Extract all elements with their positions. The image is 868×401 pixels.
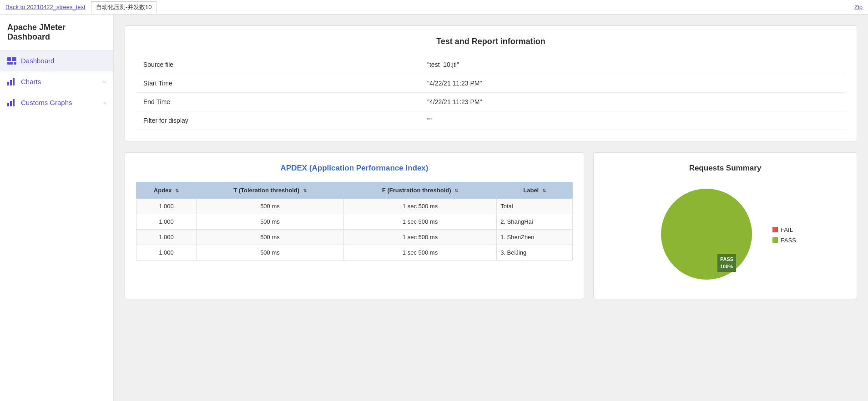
apdex-t: 500 ms bbox=[197, 230, 344, 245]
chevron-left-icon-2: ‹ bbox=[104, 100, 106, 106]
svg-point-10 bbox=[661, 189, 752, 280]
table-row: Source file "test_10.jtl" bbox=[136, 55, 846, 74]
summary-title: Requests Summary bbox=[605, 164, 846, 173]
svg-rect-4 bbox=[7, 82, 9, 85]
sidebar-item-charts[interactable]: Charts ‹ bbox=[0, 71, 113, 92]
pass-label: PASS bbox=[781, 237, 796, 244]
apdex-val: 1.000 bbox=[136, 214, 197, 230]
fail-color-box bbox=[772, 227, 778, 232]
table-row: 1.000 500 ms 1 sec 500 ms 3. BeiJing bbox=[136, 245, 573, 261]
svg-rect-7 bbox=[7, 103, 9, 106]
apdex-f: 1 sec 500 ms bbox=[343, 245, 496, 261]
sidebar-charts-label: Charts bbox=[21, 78, 41, 85]
table-row: 1.000 500 ms 1 sec 500 ms 2. ShangHai bbox=[136, 214, 573, 230]
svg-rect-2 bbox=[7, 62, 13, 65]
table-row: 1.000 500 ms 1 sec 500 ms 1. ShenZhen bbox=[136, 230, 573, 245]
requests-summary-card: Requests Summary PASS100% bbox=[593, 152, 857, 299]
table-row: Filter for display "" bbox=[136, 111, 846, 130]
report-info-title: Test and Report information bbox=[136, 37, 846, 46]
pie-legend: FAIL PASS bbox=[772, 226, 796, 244]
apdex-col-f[interactable]: F (Frustration threshold) ⇅ bbox=[343, 182, 496, 199]
sort-icon: ⇅ bbox=[303, 188, 307, 193]
info-label: Filter for display bbox=[136, 111, 420, 130]
apdex-label: 3. BeiJing bbox=[497, 245, 573, 261]
bottom-row: APDEX (Application Performance Index) Ap… bbox=[125, 152, 857, 299]
apdex-label: 1. ShenZhen bbox=[497, 230, 573, 245]
tab-label: 自动化压测-并发数10 bbox=[91, 1, 157, 13]
sidebar-item-dashboard[interactable]: Dashboard bbox=[0, 50, 113, 71]
apdex-f: 1 sec 500 ms bbox=[343, 199, 496, 214]
customs-chart-icon bbox=[7, 99, 16, 106]
pass-color-box bbox=[772, 237, 778, 243]
svg-rect-3 bbox=[14, 62, 16, 65]
sidebar-dashboard-label: Dashboard bbox=[21, 57, 54, 65]
apdex-t: 500 ms bbox=[197, 199, 344, 214]
report-info-table: Source file "test_10.jtl" Start Time "4/… bbox=[136, 55, 846, 130]
zip-link[interactable]: Zip bbox=[854, 4, 863, 10]
svg-rect-9 bbox=[13, 99, 15, 106]
info-value: "test_10.jtl" bbox=[420, 55, 846, 74]
back-link[interactable]: Back to 20210422_strees_test bbox=[5, 4, 86, 10]
apdex-val: 1.000 bbox=[136, 245, 197, 261]
sidebar: Apache JMeter Dashboard Dashboard bbox=[0, 15, 114, 401]
table-row: End Time "4/22/21 11:23 PM" bbox=[136, 93, 846, 111]
svg-rect-8 bbox=[10, 101, 12, 106]
apdex-val: 1.000 bbox=[136, 199, 197, 214]
info-value: "" bbox=[420, 111, 846, 130]
apdex-col-label[interactable]: Label ⇅ bbox=[497, 182, 573, 199]
apdex-t: 500 ms bbox=[197, 214, 344, 230]
svg-rect-6 bbox=[13, 78, 15, 85]
apdex-f: 1 sec 500 ms bbox=[343, 230, 496, 245]
info-value: "4/22/21 11:23 PM" bbox=[420, 93, 846, 111]
layout: Apache JMeter Dashboard Dashboard bbox=[0, 15, 868, 401]
apdex-label: 2. ShangHai bbox=[497, 214, 573, 230]
info-value: "4/22/21 11:23 PM" bbox=[420, 74, 846, 93]
sidebar-customs-graphs-label: Customs Graphs bbox=[21, 99, 72, 106]
pie-svg bbox=[654, 182, 759, 286]
top-bar: Back to 20210422_strees_test 自动化压测-并发数10… bbox=[0, 0, 868, 15]
pie-chart: PASS100% bbox=[654, 182, 759, 288]
apdex-label: Total bbox=[497, 199, 573, 214]
apdex-t: 500 ms bbox=[197, 245, 344, 261]
chevron-left-icon: ‹ bbox=[104, 79, 106, 85]
dashboard-icon bbox=[7, 57, 16, 65]
svg-rect-5 bbox=[10, 80, 12, 85]
apdex-f: 1 sec 500 ms bbox=[343, 214, 496, 230]
apdex-card: APDEX (Application Performance Index) Ap… bbox=[125, 152, 584, 299]
svg-rect-0 bbox=[7, 57, 11, 61]
report-info-card: Test and Report information Source file … bbox=[125, 25, 857, 141]
apdex-col-apdex[interactable]: Apdex ⇅ bbox=[136, 182, 197, 199]
apdex-col-t[interactable]: T (Toleration threshold) ⇅ bbox=[197, 182, 344, 199]
sidebar-app-title: Apache JMeter Dashboard bbox=[0, 15, 113, 50]
svg-rect-1 bbox=[12, 57, 16, 61]
sort-icon: ⇅ bbox=[454, 188, 458, 193]
sort-icon: ⇅ bbox=[542, 188, 546, 193]
sort-icon: ⇅ bbox=[175, 188, 179, 193]
apdex-title: APDEX (Application Performance Index) bbox=[136, 164, 573, 173]
main-content: Test and Report information Source file … bbox=[114, 15, 868, 401]
apdex-val: 1.000 bbox=[136, 230, 197, 245]
info-label: Start Time bbox=[136, 74, 420, 93]
legend-fail: FAIL bbox=[772, 226, 796, 233]
table-row: 1.000 500 ms 1 sec 500 ms Total bbox=[136, 199, 573, 214]
chart-icon bbox=[7, 78, 16, 85]
info-label: Source file bbox=[136, 55, 420, 74]
fail-label: FAIL bbox=[781, 226, 793, 233]
apdex-table: Apdex ⇅ T (Toleration threshold) ⇅ F (Fr… bbox=[136, 182, 573, 261]
summary-content: PASS100% FAIL PASS bbox=[605, 182, 846, 288]
pie-pass-label: PASS100% bbox=[717, 254, 736, 272]
legend-pass: PASS bbox=[772, 237, 796, 244]
info-label: End Time bbox=[136, 93, 420, 111]
table-row: Start Time "4/22/21 11:23 PM" bbox=[136, 74, 846, 93]
top-bar-left: Back to 20210422_strees_test 自动化压测-并发数10 bbox=[5, 1, 156, 13]
sidebar-item-customs-graphs[interactable]: Customs Graphs ‹ bbox=[0, 92, 113, 113]
